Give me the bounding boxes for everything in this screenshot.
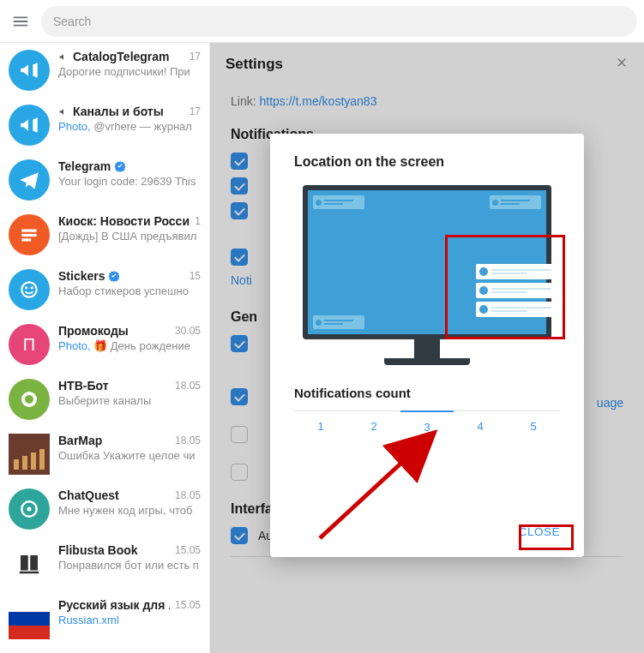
- chat-name: Stickers: [58, 269, 120, 283]
- modal-close-button[interactable]: CLOSE: [510, 518, 569, 545]
- chat-preview: Дорогие подписчики! При: [58, 65, 201, 78]
- modal-title: Location on the screen: [294, 154, 560, 170]
- position-bottom-left[interactable]: [313, 315, 364, 329]
- chat-time: 17: [190, 51, 201, 63]
- avatar: [9, 598, 50, 639]
- avatar: [9, 379, 50, 420]
- chat-item[interactable]: Stickers15Набор стикеров успешно: [0, 262, 209, 317]
- channel-icon: [58, 106, 69, 117]
- svg-rect-1: [21, 234, 36, 237]
- avatar: П: [9, 324, 50, 365]
- svg-rect-18: [9, 612, 50, 626]
- chat-preview: Russian.xml: [58, 614, 201, 626]
- chat-time: 30.05: [175, 325, 201, 337]
- avatar: [9, 434, 50, 475]
- chat-name: Промокоды: [58, 324, 129, 338]
- svg-rect-11: [22, 456, 27, 470]
- chat-item[interactable]: НТВ-Бот18.05Выберите каналы: [0, 372, 209, 427]
- avatar: [9, 105, 50, 146]
- chat-item[interactable]: ППромокоды30.05Photo, 🎁 День рождение: [0, 317, 209, 372]
- chat-item[interactable]: Flibusta Book15.05Понравился бот или ест…: [0, 536, 209, 591]
- avatar: [9, 543, 50, 584]
- svg-rect-12: [31, 452, 36, 470]
- chat-preview: Photo, 🎁 День рождение: [58, 339, 201, 352]
- chat-time: 18.05: [175, 434, 201, 446]
- chat-item[interactable]: TelegramYour login code: 29639 This: [0, 153, 209, 207]
- chat-name: Каналы и боты: [58, 105, 164, 118]
- chat-name: Русский язык для ...: [58, 598, 170, 612]
- svg-rect-13: [39, 449, 45, 470]
- chat-name: CatalogTelegram: [58, 50, 170, 63]
- chat-name: НТВ-Бот: [58, 379, 109, 392]
- chat-preview: Your login code: 29639 This: [58, 175, 201, 188]
- chat-time: 18.05: [175, 380, 201, 392]
- position-top-right[interactable]: [490, 195, 541, 209]
- chat-name: Telegram: [58, 159, 126, 173]
- notifications-count-selector: 12345: [294, 410, 560, 444]
- chat-time: 18.05: [175, 489, 201, 501]
- annotation-highlight-box: [445, 235, 565, 339]
- chat-time: 17: [190, 105, 201, 117]
- count-option-1[interactable]: 1: [294, 411, 347, 444]
- chat-preview: Photo, @vrhere — журнал: [58, 120, 201, 133]
- chat-time: 15.05: [175, 599, 201, 611]
- hamburger-icon: [11, 12, 30, 31]
- menu-button[interactable]: [0, 1, 41, 42]
- chat-item[interactable]: CatalogTelegram17Дорогие подписчики! При: [0, 43, 209, 98]
- svg-rect-2: [21, 238, 31, 241]
- count-option-4[interactable]: 4: [454, 411, 507, 444]
- count-option-2[interactable]: 2: [347, 411, 400, 444]
- svg-rect-17: [9, 598, 50, 612]
- screen-position-picker[interactable]: [294, 185, 560, 365]
- chat-preview: Выберите каналы: [58, 394, 201, 407]
- avatar: [9, 50, 50, 91]
- avatar: [9, 214, 50, 255]
- avatar: [9, 488, 50, 530]
- chat-preview: Понравился бот или есть п: [58, 559, 201, 572]
- chat-time: 15.05: [175, 544, 201, 556]
- svg-point-16: [27, 507, 32, 512]
- search-input[interactable]: Search: [41, 6, 637, 37]
- verified-icon: [108, 270, 120, 282]
- avatar: [9, 269, 50, 310]
- chat-item[interactable]: Каналы и боты17Photo, @vrhere — журнал: [0, 98, 209, 153]
- svg-rect-10: [14, 459, 19, 470]
- chat-preview: [Дождь] В США предъявил: [58, 230, 201, 243]
- chat-preview: Набор стикеров успешно: [58, 285, 201, 297]
- svg-point-4: [25, 286, 27, 289]
- chat-name: ChatQuest: [58, 488, 119, 502]
- chat-name: Киоск: Новости России: [58, 214, 190, 228]
- chat-list: CatalogTelegram17Дорогие подписчики! При…: [0, 43, 210, 653]
- notifications-count-title: Notifications count: [294, 386, 560, 400]
- chat-item[interactable]: Русский язык для ...15.05Russian.xml: [0, 591, 209, 646]
- chat-item[interactable]: Киоск: Новости России1[Дождь] В США пред…: [0, 207, 209, 262]
- channel-icon: [58, 51, 69, 63]
- position-top-left[interactable]: [313, 195, 364, 209]
- chat-name: BarMap: [58, 434, 102, 447]
- chat-item[interactable]: ChatQuest18.05Мне нужен код игры, чтоб: [0, 482, 209, 536]
- chat-time: 15: [190, 270, 201, 282]
- svg-point-3: [21, 282, 36, 297]
- chat-item[interactable]: BarMap18.05Ошибка Укажите целое чи: [0, 427, 209, 482]
- count-option-5[interactable]: 5: [507, 411, 560, 444]
- svg-rect-19: [9, 626, 50, 639]
- location-modal: Location on the screen Notifications cou…: [270, 134, 584, 557]
- chat-time: 1: [195, 215, 201, 227]
- chat-name: Flibusta Book: [58, 543, 138, 557]
- avatar: [9, 159, 50, 201]
- verified-icon: [114, 160, 126, 172]
- chat-preview: Мне нужен код игры, чтоб: [58, 504, 201, 517]
- chat-preview: Ошибка Укажите целое чи: [58, 449, 201, 462]
- svg-rect-0: [21, 230, 36, 232]
- search-placeholder: Search: [53, 15, 91, 28]
- svg-point-8: [25, 395, 33, 404]
- count-option-3[interactable]: 3: [400, 410, 454, 444]
- svg-point-5: [31, 286, 33, 289]
